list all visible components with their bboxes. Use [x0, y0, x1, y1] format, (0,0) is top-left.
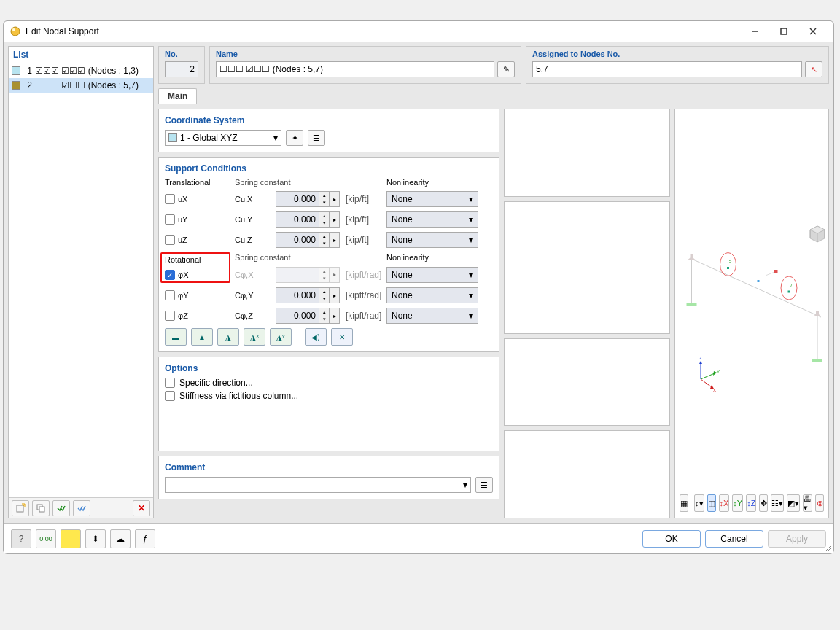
pv-view-y[interactable]: ↕Y [732, 494, 743, 512]
nonlin-uy[interactable]: None▾ [386, 211, 478, 228]
checkbox-phiy[interactable] [165, 290, 175, 300]
options-card: Options Specific direction... Stiffness … [158, 357, 499, 451]
label-uz: uZ [178, 236, 187, 244]
nonlinearity-header-r: Nonlinearity [386, 253, 493, 262]
edit-coord-button[interactable]: ☰ [308, 130, 325, 146]
ok-button[interactable]: OK [642, 530, 701, 548]
uncheck-all-button[interactable] [73, 500, 90, 516]
assigned-input[interactable] [532, 61, 802, 77]
list-panel: List 1 ☑☑☑ ☑☑☑ (Nodes : 1,3) 2 ☐☐☐ ☑☐☐ (… [8, 46, 154, 518]
new-item-button[interactable] [12, 500, 29, 516]
spin-cphiz[interactable]: ▴▾▸ [276, 308, 341, 324]
spin-cuz[interactable]: ▴▾▸ [276, 232, 341, 248]
name-input[interactable] [216, 61, 494, 77]
nonlin-phix[interactable]: None▾ [386, 267, 478, 283]
no-input[interactable] [165, 61, 198, 77]
svg-rect-3 [781, 28, 787, 34]
checkbox-fictitious-column[interactable] [165, 391, 175, 401]
nonlinearity-header: Nonlinearity [386, 178, 493, 187]
options-title: Options [165, 363, 493, 373]
delete-item-button[interactable]: ✕ [133, 500, 150, 516]
support-type-bar: ▬ ▲ ◮ ◮ˣ ◮ʸ ◀) ✕ [165, 328, 493, 346]
svg-rect-25 [812, 359, 822, 362]
svg-text:Y: Y [717, 370, 720, 374]
support-type-3[interactable]: ◮ [217, 328, 239, 346]
pv-view-iso[interactable]: ◫ [707, 494, 716, 512]
checkbox-ux[interactable] [165, 194, 175, 204]
new-coord-button[interactable]: ✦ [286, 130, 303, 146]
maximize-button[interactable] [769, 22, 798, 41]
label-cuy: Cu,Y [235, 215, 271, 224]
spin-cphiy[interactable]: ▴▾▸ [276, 287, 341, 303]
spin-cuy[interactable]: ▴▾▸ [276, 211, 341, 228]
pick-nodes-button[interactable]: ↖ [805, 61, 822, 77]
pv-view-z[interactable]: ↕Z [746, 494, 756, 512]
svg-rect-21 [687, 303, 697, 306]
checkbox-uy[interactable] [165, 214, 175, 225]
script-button[interactable]: ƒ [135, 529, 155, 548]
svg-rect-6 [17, 505, 23, 512]
coord-combo[interactable]: 1 - Global XYZ ▾ [165, 130, 281, 146]
picture-button[interactable]: ☁ [110, 529, 131, 548]
svg-rect-30 [788, 291, 790, 293]
check-all-button[interactable] [52, 500, 70, 516]
support-type-1[interactable]: ▬ [165, 328, 187, 346]
list-item[interactable]: 2 ☐☐☐ ☑☐☐ (Nodes : 5,7) [9, 78, 153, 93]
label-cphiz: Cφ,Z [235, 311, 271, 320]
unit-cux: [kip/ft] [346, 194, 382, 204]
color-button[interactable] [61, 529, 81, 548]
help-button[interactable]: ? [11, 529, 31, 548]
assigned-box: Assigned to Nodes No. ↖ [526, 46, 829, 84]
comment-title: Comment [165, 462, 493, 472]
support-type-6[interactable]: ◀) [305, 328, 327, 346]
checkbox-uz[interactable] [165, 235, 175, 245]
pv-reset[interactable]: ⊗ [815, 494, 824, 512]
minimize-button[interactable] [740, 22, 769, 41]
coord-swatch [168, 133, 177, 142]
header-row: No. Name ✎ Assigned to Nodes No. ↖ [158, 46, 829, 84]
middle-top-card [504, 109, 670, 197]
units-button[interactable]: 0,00 [36, 529, 56, 548]
svg-line-35 [701, 373, 715, 379]
support-type-5[interactable]: ◮ʸ [270, 328, 292, 346]
cancel-button[interactable]: Cancel [705, 530, 763, 548]
nonlin-phiy[interactable]: None▾ [386, 287, 478, 303]
list-item[interactable]: 1 ☑☑☑ ☑☑☑ (Nodes : 1,3) [9, 63, 153, 78]
edit-name-button[interactable]: ✎ [497, 61, 515, 77]
svg-rect-27 [727, 267, 729, 269]
model-button[interactable]: ⬍ [85, 529, 106, 548]
unit-cuz: [kip/ft] [346, 235, 382, 245]
pv-print[interactable]: 🖶▾ [803, 494, 812, 512]
spin-cphix: ▴▾▸ [276, 267, 341, 283]
support-type-2[interactable]: ▲ [191, 328, 213, 346]
label-cphix: Cφ,X [235, 271, 271, 279]
resize-grip-icon[interactable] [823, 543, 832, 552]
list-header: List [9, 47, 153, 63]
nonlin-phiz[interactable]: None▾ [386, 308, 478, 324]
copy-item-button[interactable] [32, 500, 50, 516]
pv-show-numbers[interactable]: ▦ [680, 494, 688, 512]
support-type-4[interactable]: ◮ˣ [244, 328, 265, 346]
label-phiy: φY [178, 291, 188, 300]
svg-rect-17 [774, 270, 778, 273]
checkbox-specific-direction[interactable] [165, 378, 175, 388]
dialog-body: List 1 ☑☑☑ ☑☑☑ (Nodes : 1,3) 2 ☐☐☐ ☑☐☐ (… [4, 42, 833, 523]
coord-combo-value: 1 - Global XYZ [180, 133, 238, 143]
pv-render[interactable]: ◩▾ [787, 494, 800, 512]
comment-library-button[interactable]: ☰ [475, 477, 493, 493]
spin-cux[interactable]: ▴▾▸ [276, 191, 341, 207]
label-cuz: Cu,Z [235, 236, 271, 244]
pv-display[interactable]: ☷▾ [771, 494, 784, 512]
tab-main[interactable]: Main [158, 88, 197, 104]
checkbox-phiz[interactable] [165, 311, 175, 321]
pv-view-1[interactable]: ↕▾ [694, 494, 704, 512]
comment-combo[interactable]: ▾ [165, 477, 471, 493]
nonlin-uz[interactable]: None▾ [386, 232, 478, 248]
nonlin-ux[interactable]: None▾ [386, 191, 478, 207]
support-type-7[interactable]: ✕ [331, 328, 353, 346]
close-button[interactable] [798, 22, 828, 41]
pv-move[interactable]: ✥ [759, 494, 768, 512]
option-specific-direction: Specific direction... [179, 378, 253, 388]
pv-view-x[interactable]: ↕X [719, 494, 730, 512]
checkbox-phix[interactable]: ✓ [165, 270, 175, 280]
